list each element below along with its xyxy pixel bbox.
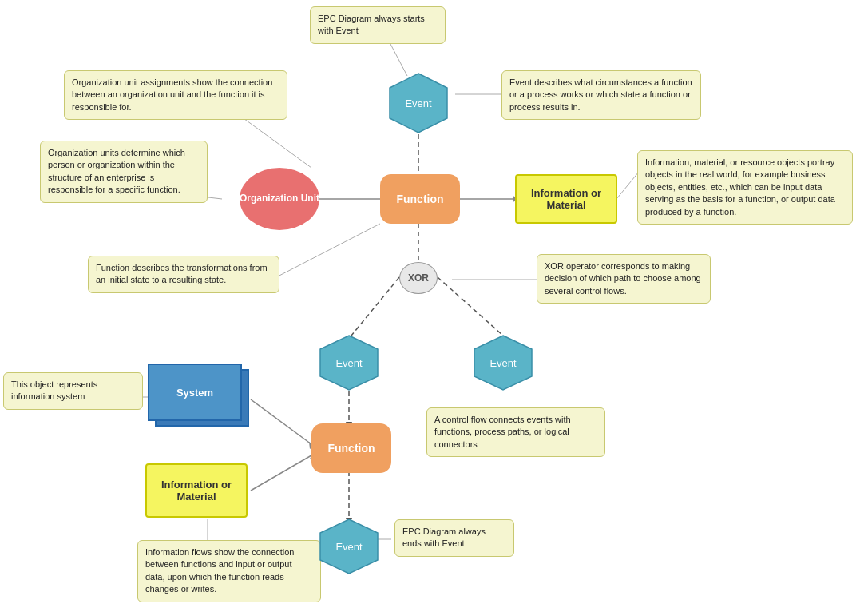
function-bottom-shape: Function xyxy=(311,423,391,473)
info-material-top-shape: Information or Material xyxy=(515,174,617,224)
svg-line-15 xyxy=(251,399,311,444)
function-main-shape: Function xyxy=(380,174,460,224)
note-epc-ends: EPC Diagram always ends with Event xyxy=(394,519,514,557)
note-epc-starts: EPC Diagram always starts with Event xyxy=(310,6,446,44)
svg-line-23 xyxy=(271,224,380,280)
note-org-unit-desc: Organization units determine which perso… xyxy=(40,141,208,203)
system-shape: System xyxy=(148,364,242,421)
note-org-unit-assign: Organization unit assignments show the c… xyxy=(64,70,287,120)
note-control-flow-desc: A control flow connects events with func… xyxy=(426,407,605,457)
note-system-desc: This object represents information syste… xyxy=(3,372,143,410)
svg-line-24 xyxy=(616,172,639,199)
event-right-shape: Event xyxy=(471,334,535,391)
note-event-desc: Event describes what circumstances a fun… xyxy=(501,70,701,120)
event-left-shape: Event xyxy=(317,334,381,391)
xor-shape: XOR xyxy=(399,262,438,294)
diagram-container: EPC Diagram always starts with Event Eve… xyxy=(0,0,868,608)
note-info-flow-desc: Information flows show the connection be… xyxy=(137,540,321,602)
event-top-shape: Event xyxy=(386,72,450,134)
note-function-desc: Function describes the transformations f… xyxy=(88,256,279,293)
org-unit-shape: Organization Unit xyxy=(240,168,319,230)
svg-line-4 xyxy=(351,277,399,336)
note-xor-desc: XOR operator corresponds to making decis… xyxy=(537,254,711,304)
svg-line-6 xyxy=(438,277,503,336)
event-bottom-shape: Event xyxy=(317,518,381,575)
info-material-bottom-shape: Information or Material xyxy=(145,463,248,518)
note-info-material-desc: Information, material, or resource objec… xyxy=(637,150,853,225)
svg-line-17 xyxy=(251,455,311,491)
